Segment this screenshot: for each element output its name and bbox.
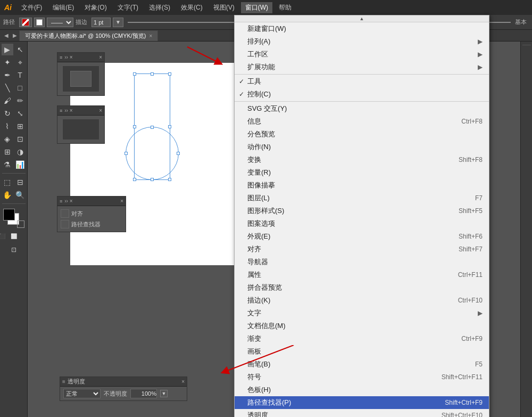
tools-label: 工具 (247, 77, 261, 86)
symbol-label: 符号 (247, 372, 261, 382)
menu-pathfinder[interactable]: 路径查找器(P) Shift+Ctrl+F9 (235, 396, 489, 409)
attribute-label: 属性 (247, 270, 261, 280)
extensions-arrow: ▶ (478, 63, 483, 71)
variable-label: 变量(R) (247, 168, 271, 177)
pattern-options-label: 图案选项 (247, 219, 275, 228)
gradient-shortcut: Ctrl+F9 (461, 335, 483, 342)
color-sep-label: 分色预览 (247, 129, 275, 139)
info-shortcut: Ctrl+F8 (461, 118, 483, 125)
new-window-label: 新建窗口(W) (247, 24, 286, 34)
extensions-label: 扩展功能 (247, 62, 275, 72)
fit-preview-label: 拼合器预览 (247, 283, 282, 292)
transform-label: 变换 (247, 155, 261, 165)
menu-layers[interactable]: 图层(L) F7 (235, 192, 489, 205)
menu-sep-2 (235, 101, 489, 102)
menu-overlay: ▲ 新建窗口(W) 排列(A) ▶ 工作区 ▶ 扩展功能 ▶ ✓ 工具 ✓ (0, 0, 532, 417)
menu-align[interactable]: 对齐 Shift+F7 (235, 243, 489, 256)
menu-artboard[interactable]: 画板 (235, 345, 489, 358)
attribute-shortcut: Ctrl+F11 (458, 271, 483, 279)
svg-label: SVG 交互(Y) (247, 104, 287, 113)
menu-brush[interactable]: 画笔(B) F5 (235, 358, 489, 371)
layers-label: 图层(L) (247, 193, 270, 203)
align-shortcut: Shift+F7 (459, 246, 483, 253)
artboard-menu-label: 画板 (247, 347, 261, 356)
info-label: 信息 (247, 117, 261, 126)
transparency-menu-label: 透明度 (247, 411, 268, 417)
menu-navigator[interactable]: 导航器 (235, 256, 489, 268)
menu-pattern-options[interactable]: 图案选项 (235, 217, 489, 230)
transparency-shortcut: Shift+Ctrl+F10 (442, 412, 483, 417)
menu-appearance[interactable]: 外观(E) Shift+F6 (235, 230, 489, 243)
appearance-shortcut: Shift+F6 (459, 233, 483, 240)
menu-extensions[interactable]: 扩展功能 ▶ (235, 61, 489, 73)
menu-new-window[interactable]: 新建窗口(W) (235, 22, 489, 35)
workspace-arrow: ▶ (478, 51, 483, 58)
menu-swatch[interactable]: 色板(H) (235, 383, 489, 396)
menu-attribute[interactable]: 属性 Ctrl+F11 (235, 268, 489, 281)
align-menu-label: 对齐 (247, 244, 261, 254)
pathfinder-shortcut: Shift+Ctrl+F9 (445, 399, 483, 406)
menu-gradient[interactable]: 渐变 Ctrl+F9 (235, 332, 489, 345)
symbol-shortcut: Shift+Ctrl+F11 (442, 373, 483, 381)
menu-symbol[interactable]: 符号 Shift+Ctrl+F11 (235, 371, 489, 383)
control-check: ✓ (239, 91, 244, 98)
navigator-label: 导航器 (247, 257, 268, 267)
brush-label: 画笔(B) (247, 359, 270, 369)
window-dropdown-menu: ▲ 新建窗口(W) 排列(A) ▶ 工作区 ▶ 扩展功能 ▶ ✓ 工具 ✓ (234, 15, 489, 417)
menu-fit-preview[interactable]: 拼合器预览 (235, 281, 489, 294)
menu-doc-info[interactable]: 文档信息(M) (235, 320, 489, 332)
doc-info-label: 文档信息(M) (247, 321, 286, 331)
menu-arrange[interactable]: 排列(A) ▶ (235, 35, 489, 48)
menu-info[interactable]: 信息 Ctrl+F8 (235, 115, 489, 128)
menu-shape-style[interactable]: 图形样式(S) Shift+F5 (235, 205, 489, 217)
shape-style-label: 图形样式(S) (247, 206, 284, 216)
tools-check: ✓ (239, 78, 244, 85)
stroke-menu-label: 描边(K) (247, 296, 270, 305)
stroke-shortcut: Ctrl+F10 (458, 297, 483, 304)
arrange-arrow: ▶ (478, 38, 483, 45)
menu-sep-1 (235, 74, 489, 75)
text-label: 文字 (247, 308, 261, 318)
gradient-menu-label: 渐变 (247, 334, 261, 344)
pathfinder-menu-label: 路径查找器(P) (247, 398, 291, 407)
menu-scroll-up[interactable]: ▲ (235, 15, 489, 22)
menu-workspace[interactable]: 工作区 ▶ (235, 48, 489, 61)
menu-svg-interactivity[interactable]: SVG 交互(Y) (235, 102, 489, 115)
menu-action[interactable]: 动作(N) (235, 141, 489, 153)
menu-control[interactable]: ✓ 控制(C) (235, 88, 489, 101)
menu-stroke[interactable]: 描边(K) Ctrl+F10 (235, 294, 489, 307)
brush-shortcut: F5 (475, 361, 483, 368)
text-arrow: ▶ (478, 309, 483, 317)
menu-color-sep[interactable]: 分色预览 (235, 128, 489, 141)
shape-style-shortcut: Shift+F5 (459, 207, 483, 215)
menu-variable[interactable]: 变量(R) (235, 166, 489, 179)
arrange-label: 排列(A) (247, 37, 270, 46)
control-label: 控制(C) (247, 89, 271, 99)
swatch-label: 色板(H) (247, 385, 271, 395)
action-label: 动作(N) (247, 142, 271, 152)
image-trace-label: 图像描摹 (247, 181, 275, 190)
appearance-label: 外观(E) (247, 232, 270, 241)
workspace-label: 工作区 (247, 50, 268, 59)
menu-tools[interactable]: ✓ 工具 (235, 75, 489, 88)
menu-transform[interactable]: 变换 Shift+F8 (235, 153, 489, 166)
menu-transparency[interactable]: 透明度 Shift+Ctrl+F10 (235, 409, 489, 417)
menu-image-trace[interactable]: 图像描摹 (235, 179, 489, 192)
layers-shortcut: F7 (475, 194, 483, 202)
transform-shortcut: Shift+F8 (459, 156, 483, 163)
menu-text[interactable]: 文字 ▶ (235, 307, 489, 320)
